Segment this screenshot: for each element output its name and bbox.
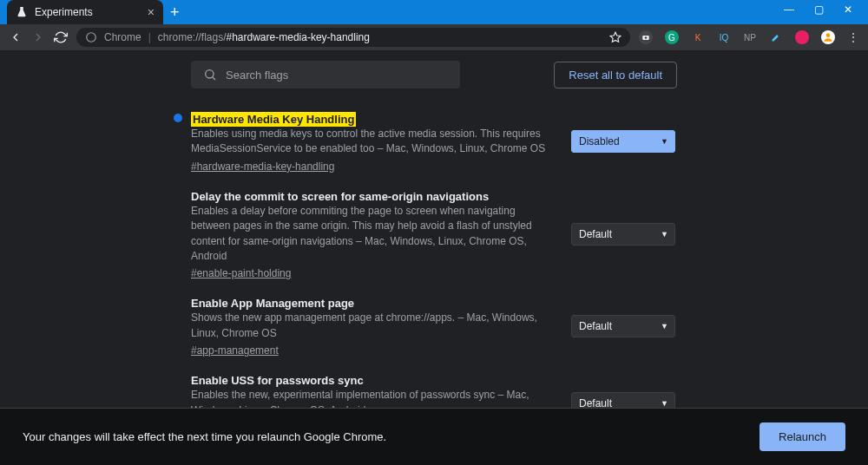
flag-title: Hardware Media Key Handling [191,112,356,127]
flag-title: Delay the commit to screen for same-orig… [191,190,489,203]
url-host: chrome://flags/ [158,31,227,43]
flag-dropdown[interactable]: Default [571,392,675,408]
window-controls: — ▢ ✕ [769,0,868,16]
minimize-button[interactable]: — [783,3,795,16]
chrome-icon [85,31,97,43]
flag-anchor-link[interactable]: #hardware-media-key-handling [191,160,556,173]
flag-dropdown[interactable]: Disabled [571,130,675,153]
flag-description: Enables the new, experimental implementa… [191,388,556,408]
reset-all-button[interactable]: Reset all to default [554,62,677,88]
flag-anchor-link[interactable]: #app-management [191,344,556,357]
pen-icon[interactable] [769,30,783,44]
star-icon[interactable] [609,31,621,43]
flag-title: Enable App Management page [191,297,354,310]
flag-item: Hardware Media Key Handling Enables usin… [174,99,677,176]
new-tab-button[interactable]: + [163,3,187,22]
grammarly-icon[interactable]: G [665,30,679,44]
svg-point-4 [826,33,831,37]
svg-point-0 [87,33,96,43]
svg-point-5 [206,70,214,78]
address-bar[interactable]: Chrome | chrome://flags/#hardware-media-… [76,28,630,47]
avatar[interactable] [821,30,835,44]
ext-k-icon[interactable]: K [691,30,705,44]
ext-pink-icon[interactable] [795,30,809,44]
extension-icons: G K IQ NP ⋮ [639,30,859,44]
relaunch-message: Your changes will take effect the next t… [23,430,386,443]
content-area: Search flags Reset all to default Hardwa… [0,50,868,408]
flag-description: Shows the new app management page at chr… [191,311,556,341]
flag-item: Enable USS for passwords sync Enables th… [174,360,677,408]
title-bar: Experiments × + — ▢ ✕ [0,0,868,24]
svg-point-3 [645,36,648,39]
relaunch-bar: Your changes will take effect the next t… [0,408,868,465]
search-placeholder: Search flags [226,69,288,82]
flag-item: Enable App Management page Shows the new… [174,283,677,360]
ext-np-icon[interactable]: NP [743,30,757,44]
menu-button[interactable]: ⋮ [847,30,859,44]
url-hash: #hardware-media-key-handling [227,31,370,43]
flag-dropdown[interactable]: Default [571,223,675,246]
flag-anchor-link[interactable]: #enable-paint-holding [191,267,556,279]
flags-list: Hardware Media Key Handling Enables usin… [0,99,868,408]
tab-close-icon[interactable]: × [148,5,155,19]
search-flags-input[interactable]: Search flags [191,61,460,88]
back-button[interactable] [9,30,23,44]
camera-icon[interactable] [639,30,653,44]
forward-button[interactable] [31,30,45,44]
maximize-button[interactable]: ▢ [812,3,825,16]
flag-description: Enables using media keys to control the … [191,127,556,157]
flag-dropdown[interactable]: Default [571,315,675,337]
svg-marker-1 [610,32,621,42]
close-window-button[interactable]: ✕ [842,3,854,16]
modified-dot-icon [174,114,182,122]
flag-title: Enable USS for passwords sync [191,374,364,387]
relaunch-button[interactable]: Relaunch [760,422,845,451]
search-icon [203,68,217,82]
reload-button[interactable] [54,30,68,44]
flag-item: Delay the commit to screen for same-orig… [174,176,677,284]
browser-tab[interactable]: Experiments × [7,0,163,24]
nav-bar: Chrome | chrome://flags/#hardware-media-… [0,24,868,50]
ext-iq-icon[interactable]: IQ [717,30,731,44]
url-scheme: Chrome [104,31,141,43]
tab-title: Experiments [35,6,93,18]
flag-description: Enables a delay before commiting the pag… [191,204,556,265]
flask-icon [16,6,28,18]
